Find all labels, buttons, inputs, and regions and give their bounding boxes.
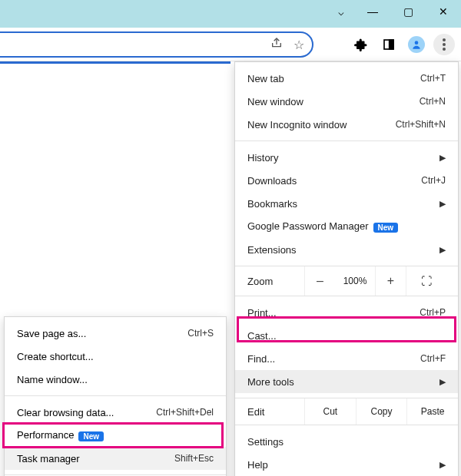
chevron-right-icon: ▶ <box>439 245 446 255</box>
chevron-right-icon: ▶ <box>439 460 446 470</box>
menu-shortcut: Shift+Esc <box>174 453 214 464</box>
zoom-label: Zoom <box>235 266 304 296</box>
menu-label: Settings <box>247 436 446 448</box>
browser-toolbar: ☆ <box>0 28 461 61</box>
svg-point-3 <box>443 38 446 41</box>
menu-new-window[interactable]: New windowCtrl+N <box>235 90 458 113</box>
menu-bookmarks[interactable]: Bookmarks▶ <box>235 192 458 215</box>
menu-settings[interactable]: Settings <box>235 430 458 453</box>
titlebar: ⌵ — ▢ ✕ <box>0 0 461 28</box>
menu-label: PerformanceNew <box>17 429 104 441</box>
window-minimize-button[interactable]: — <box>355 0 390 23</box>
window-dropdown-button[interactable]: ⌵ <box>327 0 355 23</box>
chrome-menu-button[interactable] <box>433 34 455 55</box>
menu-print[interactable]: Print...Ctrl+P <box>235 301 458 324</box>
menu-extensions[interactable]: Extensions▶ <box>235 238 458 261</box>
edit-cut-button[interactable]: Cut <box>304 398 356 425</box>
menu-history[interactable]: History▶ <box>235 146 458 169</box>
menu-find[interactable]: Find...Ctrl+F <box>235 347 458 370</box>
menu-label: Task manager <box>17 453 80 464</box>
menu-label: New Incognito window <box>247 119 396 131</box>
menu-edit-row: Edit Cut Copy Paste <box>235 398 458 425</box>
toolbar-actions <box>350 28 455 61</box>
menu-shortcut: Ctrl+N <box>420 96 446 107</box>
chevron-right-icon: ▶ <box>439 153 446 163</box>
edit-copy-button[interactable]: Copy <box>356 398 407 425</box>
edit-label: Edit <box>235 398 304 425</box>
submenu-clear-data[interactable]: Clear browsing data...Ctrl+Shift+Del <box>5 401 226 424</box>
window-maximize-button[interactable]: ▢ <box>390 0 426 23</box>
menu-shortcut: Ctrl+F <box>420 353 446 364</box>
menu-downloads[interactable]: DownloadsCtrl+J <box>235 169 458 192</box>
share-icon[interactable] <box>270 37 283 52</box>
menu-label: Create shortcut... <box>17 351 94 362</box>
menu-password-manager[interactable]: Google Password ManagerNew <box>235 215 458 238</box>
edit-paste-button[interactable]: Paste <box>406 398 458 425</box>
new-badge: New <box>373 223 399 233</box>
menu-new-tab[interactable]: New tabCtrl+T <box>235 67 458 90</box>
new-badge: New <box>78 431 104 441</box>
address-bar[interactable]: ☆ <box>0 31 313 58</box>
star-icon[interactable]: ☆ <box>294 38 304 52</box>
menu-label: Google Password ManagerNew <box>247 220 446 232</box>
svg-point-4 <box>443 43 446 46</box>
svg-rect-1 <box>390 40 393 49</box>
menu-shortcut: Ctrl+P <box>420 307 446 318</box>
menu-shortcut: Ctrl+Shift+N <box>396 119 446 130</box>
zoom-out-button[interactable]: – <box>304 266 335 296</box>
tab-underline <box>0 61 230 64</box>
menu-label: Print... <box>247 307 420 319</box>
chevron-right-icon: ▶ <box>439 199 446 209</box>
menu-label: Help <box>247 459 439 471</box>
more-tools-submenu: Save page as...Ctrl+S Create shortcut...… <box>4 316 227 476</box>
menu-help[interactable]: Help▶ <box>235 453 458 476</box>
submenu-task-manager[interactable]: Task managerShift+Esc <box>5 447 226 470</box>
menu-cast[interactable]: Cast... <box>235 324 458 347</box>
menu-label: Extensions <box>247 244 439 256</box>
menu-label: Bookmarks <box>247 198 439 210</box>
fullscreen-button[interactable]: ⛶ <box>406 266 444 296</box>
menu-new-incognito[interactable]: New Incognito windowCtrl+Shift+N <box>235 113 458 136</box>
svg-point-2 <box>415 41 419 45</box>
menu-label: New window <box>247 96 420 107</box>
menu-shortcut: Ctrl+T <box>420 73 446 84</box>
menu-label: Downloads <box>247 175 421 187</box>
menu-label: Save page as... <box>17 328 86 339</box>
fullscreen-icon: ⛶ <box>421 275 430 287</box>
menu-shortcut: Ctrl+J <box>421 175 446 186</box>
zoom-value: 100% <box>335 266 375 296</box>
svg-point-5 <box>443 48 446 51</box>
window-close-button[interactable]: ✕ <box>426 0 461 23</box>
submenu-save-page[interactable]: Save page as...Ctrl+S <box>5 322 226 345</box>
chrome-main-menu: New tabCtrl+T New windowCtrl+N New Incog… <box>234 61 459 476</box>
sidepanel-button[interactable] <box>378 34 400 55</box>
menu-zoom-row: Zoom – 100% + ⛶ <box>235 266 458 296</box>
menu-label: New tab <box>247 73 420 84</box>
chevron-right-icon: ▶ <box>439 377 446 387</box>
menu-more-tools[interactable]: More tools▶ <box>235 370 458 393</box>
submenu-performance[interactable]: PerformanceNew <box>5 424 226 447</box>
extensions-button[interactable] <box>350 34 372 55</box>
submenu-create-shortcut[interactable]: Create shortcut... <box>5 345 226 368</box>
menu-label: Clear browsing data... <box>17 407 114 418</box>
menu-label: Cast... <box>247 330 446 342</box>
profile-button[interactable] <box>406 34 427 55</box>
menu-label: Name window... <box>17 374 88 385</box>
zoom-in-button[interactable]: + <box>375 266 406 296</box>
window-controls: ⌵ — ▢ ✕ <box>327 0 461 23</box>
menu-shortcut: Ctrl+Shift+Del <box>156 407 214 418</box>
menu-label: History <box>247 152 439 164</box>
menu-shortcut: Ctrl+S <box>187 328 214 339</box>
submenu-name-window[interactable]: Name window... <box>5 368 226 391</box>
menu-label: Find... <box>247 353 420 365</box>
menu-label: More tools <box>247 376 439 388</box>
